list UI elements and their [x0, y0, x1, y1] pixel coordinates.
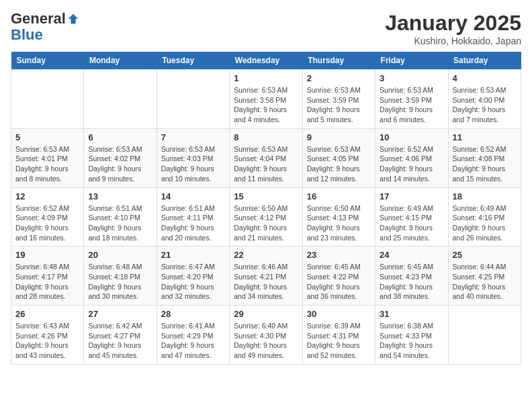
day-info: Sunrise: 6:43 AM Sunset: 4:26 PM Dayligh… [15, 321, 79, 361]
calendar-cell: 23Sunrise: 6:45 AM Sunset: 4:22 PM Dayli… [302, 246, 375, 306]
calendar-cell [84, 70, 157, 129]
day-info: Sunrise: 6:53 AM Sunset: 3:59 PM Dayligh… [380, 85, 443, 125]
calendar-cell: 22Sunrise: 6:46 AM Sunset: 4:21 PM Dayli… [230, 246, 302, 306]
svg-marker-0 [69, 14, 78, 24]
day-number: 8 [234, 132, 298, 142]
day-info: Sunrise: 6:53 AM Sunset: 4:05 PM Dayligh… [307, 144, 371, 184]
day-info: Sunrise: 6:53 AM Sunset: 4:00 PM Dayligh… [453, 85, 517, 125]
calendar-cell: 24Sunrise: 6:45 AM Sunset: 4:23 PM Dayli… [375, 246, 448, 306]
day-info: Sunrise: 6:53 AM Sunset: 4:03 PM Dayligh… [161, 144, 225, 184]
day-number: 5 [15, 132, 79, 142]
calendar-cell: 16Sunrise: 6:50 AM Sunset: 4:13 PM Dayli… [302, 187, 375, 246]
calendar-cell: 27Sunrise: 6:42 AM Sunset: 4:27 PM Dayli… [84, 306, 157, 365]
day-info: Sunrise: 6:53 AM Sunset: 3:59 PM Dayligh… [307, 85, 371, 125]
weekday-tuesday: Tuesday [157, 52, 229, 70]
calendar-cell: 7Sunrise: 6:53 AM Sunset: 4:03 PM Daylig… [157, 128, 229, 187]
day-info: Sunrise: 6:48 AM Sunset: 4:18 PM Dayligh… [88, 262, 152, 302]
weekday-saturday: Saturday [448, 52, 521, 70]
calendar-cell: 29Sunrise: 6:40 AM Sunset: 4:30 PM Dayli… [230, 306, 302, 365]
page-header: General Blue January 2025 Kushiro, Hokka… [11, 11, 521, 46]
calendar-week-2: 12Sunrise: 6:52 AM Sunset: 4:09 PM Dayli… [11, 187, 521, 246]
calendar-cell: 15Sunrise: 6:50 AM Sunset: 4:12 PM Dayli… [230, 187, 302, 246]
day-number: 3 [380, 73, 443, 83]
calendar-cell: 28Sunrise: 6:41 AM Sunset: 4:29 PM Dayli… [157, 306, 229, 365]
day-number: 26 [15, 309, 79, 319]
day-info: Sunrise: 6:45 AM Sunset: 4:22 PM Dayligh… [307, 262, 371, 302]
weekday-sunday: Sunday [11, 52, 84, 70]
day-info: Sunrise: 6:53 AM Sunset: 4:04 PM Dayligh… [234, 144, 298, 184]
weekday-wednesday: Wednesday [230, 52, 302, 70]
calendar-cell: 17Sunrise: 6:49 AM Sunset: 4:15 PM Dayli… [375, 187, 448, 246]
logo-blue-text: Blue [11, 27, 79, 43]
day-info: Sunrise: 6:50 AM Sunset: 4:12 PM Dayligh… [234, 203, 298, 243]
day-info: Sunrise: 6:40 AM Sunset: 4:30 PM Dayligh… [234, 321, 298, 361]
day-number: 11 [453, 132, 517, 142]
day-number: 21 [161, 250, 225, 260]
calendar-week-3: 19Sunrise: 6:48 AM Sunset: 4:17 PM Dayli… [11, 246, 521, 306]
calendar-cell: 2Sunrise: 6:53 AM Sunset: 3:59 PM Daylig… [302, 70, 375, 129]
day-number: 31 [380, 309, 443, 319]
day-number: 24 [380, 250, 443, 260]
day-info: Sunrise: 6:38 AM Sunset: 4:33 PM Dayligh… [380, 321, 443, 361]
day-info: Sunrise: 6:51 AM Sunset: 4:10 PM Dayligh… [88, 203, 152, 243]
day-info: Sunrise: 6:47 AM Sunset: 4:20 PM Dayligh… [161, 262, 225, 302]
calendar-cell: 6Sunrise: 6:53 AM Sunset: 4:02 PM Daylig… [84, 128, 157, 187]
calendar-cell: 5Sunrise: 6:53 AM Sunset: 4:01 PM Daylig… [11, 128, 84, 187]
day-info: Sunrise: 6:48 AM Sunset: 4:17 PM Dayligh… [15, 262, 79, 302]
day-info: Sunrise: 6:52 AM Sunset: 4:09 PM Dayligh… [15, 203, 79, 243]
day-number: 4 [453, 73, 517, 83]
calendar-cell: 9Sunrise: 6:53 AM Sunset: 4:05 PM Daylig… [302, 128, 375, 187]
calendar-cell: 30Sunrise: 6:39 AM Sunset: 4:31 PM Dayli… [302, 306, 375, 365]
calendar-table: SundayMondayTuesdayWednesdayThursdayFrid… [11, 52, 521, 365]
calendar-body: 1Sunrise: 6:53 AM Sunset: 3:58 PM Daylig… [11, 70, 521, 365]
weekday-thursday: Thursday [302, 52, 375, 70]
day-number: 9 [307, 132, 371, 142]
calendar-cell [448, 306, 521, 365]
day-info: Sunrise: 6:42 AM Sunset: 4:27 PM Dayligh… [88, 321, 152, 361]
day-info: Sunrise: 6:44 AM Sunset: 4:25 PM Dayligh… [453, 262, 517, 302]
calendar-week-0: 1Sunrise: 6:53 AM Sunset: 3:58 PM Daylig… [11, 70, 521, 129]
day-number: 2 [307, 73, 371, 83]
calendar-cell: 31Sunrise: 6:38 AM Sunset: 4:33 PM Dayli… [375, 306, 448, 365]
day-number: 27 [88, 309, 152, 319]
weekday-header-row: SundayMondayTuesdayWednesdayThursdayFrid… [11, 52, 521, 70]
calendar-cell: 4Sunrise: 6:53 AM Sunset: 4:00 PM Daylig… [448, 70, 521, 129]
calendar-cell: 26Sunrise: 6:43 AM Sunset: 4:26 PM Dayli… [11, 306, 84, 365]
day-number: 16 [307, 191, 371, 201]
calendar-cell: 3Sunrise: 6:53 AM Sunset: 3:59 PM Daylig… [375, 70, 448, 129]
title-area: January 2025 Kushiro, Hokkaido, Japan [385, 11, 521, 46]
logo-icon [67, 13, 79, 25]
day-info: Sunrise: 6:46 AM Sunset: 4:21 PM Dayligh… [234, 262, 298, 302]
calendar-cell: 1Sunrise: 6:53 AM Sunset: 3:58 PM Daylig… [230, 70, 302, 129]
month-title: January 2025 [385, 11, 521, 36]
day-number: 22 [234, 250, 298, 260]
calendar-week-1: 5Sunrise: 6:53 AM Sunset: 4:01 PM Daylig… [11, 128, 521, 187]
day-number: 25 [453, 250, 517, 260]
calendar-cell: 21Sunrise: 6:47 AM Sunset: 4:20 PM Dayli… [157, 246, 229, 306]
day-info: Sunrise: 6:49 AM Sunset: 4:15 PM Dayligh… [380, 203, 443, 243]
calendar-cell: 13Sunrise: 6:51 AM Sunset: 4:10 PM Dayli… [84, 187, 157, 246]
weekday-friday: Friday [375, 52, 448, 70]
day-info: Sunrise: 6:53 AM Sunset: 3:58 PM Dayligh… [234, 85, 298, 125]
calendar-cell: 8Sunrise: 6:53 AM Sunset: 4:04 PM Daylig… [230, 128, 302, 187]
calendar-cell: 14Sunrise: 6:51 AM Sunset: 4:11 PM Dayli… [157, 187, 229, 246]
calendar-cell: 11Sunrise: 6:52 AM Sunset: 4:08 PM Dayli… [448, 128, 521, 187]
day-number: 30 [307, 309, 371, 319]
day-number: 13 [88, 191, 152, 201]
day-number: 14 [161, 191, 225, 201]
day-number: 18 [453, 191, 517, 201]
day-number: 20 [88, 250, 152, 260]
day-info: Sunrise: 6:39 AM Sunset: 4:31 PM Dayligh… [307, 321, 371, 361]
calendar-cell: 19Sunrise: 6:48 AM Sunset: 4:17 PM Dayli… [11, 246, 84, 306]
calendar-cell: 12Sunrise: 6:52 AM Sunset: 4:09 PM Dayli… [11, 187, 84, 246]
day-number: 28 [161, 309, 225, 319]
calendar-cell [157, 70, 229, 129]
calendar-week-4: 26Sunrise: 6:43 AM Sunset: 4:26 PM Dayli… [11, 306, 521, 365]
day-number: 19 [15, 250, 79, 260]
day-number: 7 [161, 132, 225, 142]
calendar-cell: 25Sunrise: 6:44 AM Sunset: 4:25 PM Dayli… [448, 246, 521, 306]
day-info: Sunrise: 6:41 AM Sunset: 4:29 PM Dayligh… [161, 321, 225, 361]
day-number: 12 [15, 191, 79, 201]
day-number: 1 [234, 73, 298, 83]
day-number: 23 [307, 250, 371, 260]
